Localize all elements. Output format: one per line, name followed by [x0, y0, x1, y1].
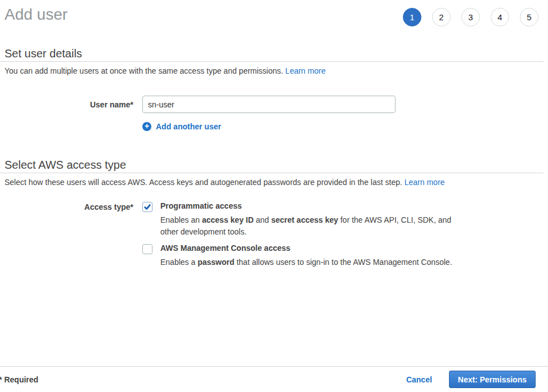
programmatic-access-option: Programmatic access Enables an access ke…: [142, 201, 452, 238]
user-details-intro-text: You can add multiple users at once with …: [5, 66, 285, 75]
access-type-row: Access type* Programmatic access Enables…: [0, 201, 548, 268]
next-permissions-button[interactable]: Next: Permissions: [449, 371, 536, 388]
section-user-details: Set user details You can add multiple us…: [0, 47, 548, 131]
user-name-row: User name*: [0, 96, 548, 113]
user-name-input[interactable]: [142, 96, 396, 113]
access-type-label: Access type*: [0, 201, 138, 211]
step-1-current: 1: [403, 8, 421, 26]
add-another-user-link[interactable]: +Add another user: [142, 122, 221, 131]
step-indicator: 1 2 3 4 5: [403, 8, 538, 26]
user-name-label: User name*: [0, 96, 138, 109]
cancel-button[interactable]: Cancel: [406, 375, 432, 384]
footer-actions: Cancel Next: Permissions: [406, 371, 536, 388]
console-access-option: AWS Management Console access Enables a …: [142, 244, 452, 268]
console-access-checkbox[interactable]: [142, 244, 152, 254]
access-type-options: Programmatic access Enables an access ke…: [142, 201, 452, 268]
access-type-learn-more-link[interactable]: Learn more: [405, 178, 445, 187]
user-details-learn-more-link[interactable]: Learn more: [285, 66, 326, 75]
section-divider: [0, 61, 543, 62]
required-note: *Required: [5, 375, 38, 384]
access-type-intro-text: Select how these users will access AWS. …: [5, 178, 405, 187]
access-type-intro: Select how these users will access AWS. …: [0, 178, 548, 187]
step-4: 4: [491, 8, 509, 26]
section-divider: [0, 173, 543, 173]
wizard-footer: *Required Cancel Next: Permissions: [0, 366, 548, 392]
step-5: 5: [520, 8, 538, 26]
add-another-user-label: Add another user: [156, 122, 221, 131]
console-access-title: AWS Management Console access: [160, 244, 452, 253]
programmatic-access-title: Programmatic access: [160, 201, 451, 211]
add-icon: +: [142, 122, 151, 131]
page-header: Add user 1 2 3 4 5: [0, 0, 548, 26]
add-user-wizard-page: Add user 1 2 3 4 5 Set user details You …: [0, 0, 548, 392]
required-label: Required: [4, 375, 38, 384]
required-asterisk: *: [0, 375, 2, 384]
add-another-user-row: +Add another user: [0, 121, 548, 131]
programmatic-access-checkbox[interactable]: [142, 202, 152, 212]
step-2: 2: [432, 8, 451, 26]
page-title: Add user: [5, 6, 68, 24]
access-type-heading: Select AWS access type: [0, 158, 548, 172]
user-details-heading: Set user details: [0, 47, 548, 60]
user-details-intro: You can add multiple users at once with …: [0, 66, 548, 75]
checkmark-icon: [143, 203, 151, 211]
console-access-description: Enables a password that allows users to …: [160, 256, 452, 268]
step-3: 3: [461, 8, 480, 26]
programmatic-access-description: Enables an access key ID and secret acce…: [160, 214, 451, 238]
section-access-type: Select AWS access type Select how these …: [0, 158, 548, 268]
